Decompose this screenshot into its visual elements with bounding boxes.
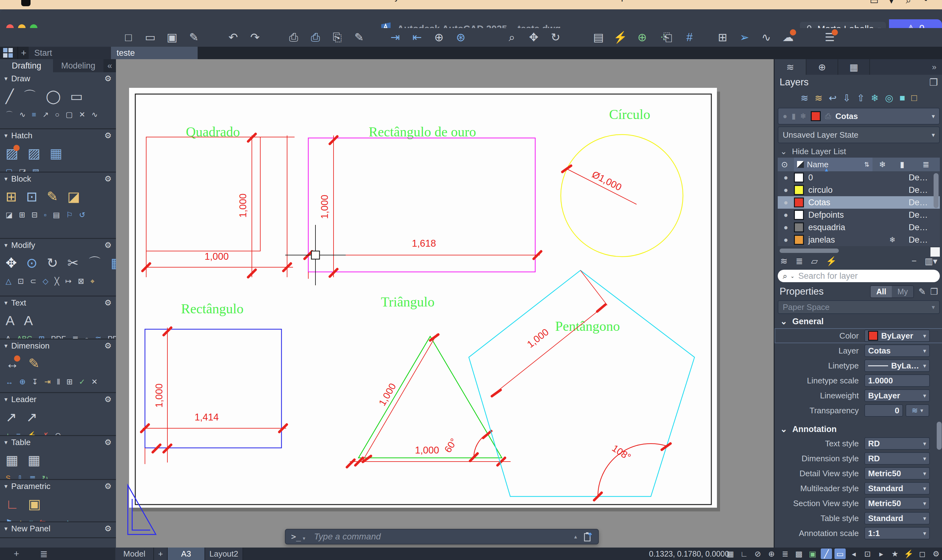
edit-block-icon[interactable]: ✎ xyxy=(47,189,58,204)
menu-column-icon[interactable]: ≣ xyxy=(912,160,940,169)
annotation-scale-icon[interactable]: ≣ xyxy=(780,548,791,559)
redo-icon[interactable]: ↷ xyxy=(248,30,262,45)
current-layer-color-swatch[interactable] xyxy=(811,111,821,121)
tab-drafting[interactable]: Drafting xyxy=(0,59,53,72)
current-layer-dropdown[interactable]: ● ▮ ❄ ⎙ Cotas ▾ xyxy=(778,108,940,125)
property-row-annotation-scale[interactable]: Annotation scale 1:1 xyxy=(775,526,942,541)
grid-display-icon[interactable]: ▦ xyxy=(725,548,736,559)
spell-check-icon[interactable]: ABC xyxy=(17,334,32,340)
data-update-icon[interactable]: ↻ xyxy=(42,474,48,480)
layer-lock-icon[interactable]: ■ xyxy=(899,92,905,103)
multileader-icon[interactable]: ↗ xyxy=(6,409,17,425)
dim-continue-icon[interactable]: ⦀ xyxy=(57,377,60,386)
sort-icon[interactable]: ⇅ xyxy=(864,161,870,168)
orbit-icon[interactable]: ↻ xyxy=(549,30,562,45)
layer-match-icon[interactable]: ≋ xyxy=(815,92,823,103)
layer-up-icon[interactable]: ⇧ xyxy=(857,92,865,103)
trim-icon[interactable]: ✂ xyxy=(67,255,79,271)
layer-row-circulo[interactable]: ●circuloDe… xyxy=(778,184,940,196)
layer-freeze-icon[interactable]: ❄ xyxy=(871,92,879,103)
data-link-icon[interactable]: S xyxy=(6,474,11,480)
layer-settings-icon[interactable]: ≣ xyxy=(796,256,803,266)
edit-attributes-icon[interactable]: ◪ xyxy=(67,189,80,204)
gradient-icon[interactable]: ▦ xyxy=(49,145,62,161)
menubar-control-icon[interactable]: ◔ xyxy=(922,0,928,6)
spline-icon[interactable]: ∿ xyxy=(92,110,98,119)
gear-icon[interactable]: ⚙ xyxy=(105,524,112,534)
new-file-icon[interactable]: □ xyxy=(122,30,135,45)
plot-icon[interactable]: ⎙ xyxy=(308,30,322,45)
filter-all-button[interactable]: All xyxy=(871,286,892,297)
tool-palette-icon[interactable]: ▤ xyxy=(592,30,605,45)
property-row-dimension-style[interactable]: Dimension style RD xyxy=(775,451,942,466)
selection-cycling-icon[interactable]: ⊡ xyxy=(862,548,873,559)
layer-down-icon[interactable]: ⇩ xyxy=(843,92,851,103)
leader-add-icon[interactable]: + xyxy=(6,431,10,436)
frozen-icon[interactable]: ❄ xyxy=(889,235,896,244)
revision-cloud-icon[interactable]: ▢ xyxy=(66,110,73,119)
tab-model[interactable]: Model xyxy=(115,548,154,560)
hide-constraints-icon[interactable]: ⌗ xyxy=(29,518,33,522)
export-icon[interactable]: ⇤ xyxy=(410,30,424,45)
copy-icon[interactable]: ⊙ xyxy=(26,255,37,271)
chevron-down-icon[interactable]: ▾ xyxy=(5,395,8,403)
clean-icon[interactable]: ⌖ xyxy=(90,277,95,286)
apple-menu-icon[interactable] xyxy=(21,0,31,6)
tab-a3[interactable]: A3 xyxy=(168,548,205,560)
property-row-layer[interactable]: Layer Cotas xyxy=(775,343,942,358)
auto-constrain-icon[interactable]: ⚑ xyxy=(6,518,12,522)
table-icon[interactable]: ▦ xyxy=(6,452,19,468)
menu-view[interactable]: View xyxy=(156,0,176,2)
new-layout-button[interactable]: + xyxy=(154,548,168,560)
panel-menu-icon[interactable]: ≣ xyxy=(40,548,48,560)
dock-panel-icon[interactable]: ❐ xyxy=(929,77,938,88)
text-update-icon[interactable]: ≋ xyxy=(95,334,101,340)
fillet-icon[interactable]: ⌒ xyxy=(88,254,101,272)
chevron-down-icon[interactable]: ▾ xyxy=(5,75,8,82)
import-icon[interactable]: ⇥ xyxy=(389,30,402,45)
attr-sync-icon[interactable]: ▤ xyxy=(53,211,60,219)
chevron-down-icon[interactable]: ▾ xyxy=(5,299,8,306)
layer-state-dropdown[interactable]: Unsaved Layer State ▾ xyxy=(778,126,940,143)
attr-manage-icon[interactable]: ⚐ xyxy=(66,211,73,219)
dim-linear-icon[interactable]: ↔ xyxy=(6,377,13,386)
isolate-objects-icon[interactable]: ◻ xyxy=(917,548,928,559)
layers-palette-tab[interactable]: ≋ xyxy=(775,59,806,75)
performance-icon[interactable]: ∿ xyxy=(759,30,773,45)
chevron-down-icon[interactable]: ▾ xyxy=(5,525,8,532)
group-new-icon[interactable]: ⚡ xyxy=(826,256,837,266)
gear-icon[interactable]: ⚙ xyxy=(105,341,112,351)
stretch-icon[interactable]: △ xyxy=(6,277,11,286)
dim-baseline-icon[interactable]: ⇥ xyxy=(44,377,51,386)
property-row-text-style[interactable]: Text style RD xyxy=(775,436,942,451)
gear-icon[interactable]: ⚙ xyxy=(105,131,112,140)
prev-view-icon[interactable]: ◂ xyxy=(848,548,859,559)
data-export-icon[interactable]: ⇩ xyxy=(17,474,23,480)
menu-insert[interactable]: Insert xyxy=(187,0,210,2)
zoom-window-icon[interactable]: ⌕ xyxy=(505,30,519,45)
param-linear-icon[interactable]: ↔ xyxy=(52,518,60,522)
undo-icon[interactable]: ↶ xyxy=(226,30,240,45)
dim-edit-icon[interactable]: ✎ xyxy=(28,356,40,371)
pdf-settings-icon[interactable]: PDF xyxy=(108,334,116,340)
dim-check-icon[interactable]: ✓ xyxy=(79,377,85,386)
gear-icon[interactable]: ⚙ xyxy=(105,74,112,83)
find-text-icon[interactable]: ⌕ xyxy=(85,334,89,340)
leader-edit-icon[interactable]: ↗ xyxy=(26,409,37,425)
param-manage-icon[interactable]: ⌖ xyxy=(66,518,70,522)
gear-icon[interactable]: ⚙ xyxy=(105,240,112,250)
dim-break-icon[interactable]: ✕ xyxy=(91,377,97,386)
rectangle-icon[interactable]: ▭ xyxy=(70,88,83,104)
gear-icon[interactable]: ⚙ xyxy=(105,438,112,447)
plot-preview-icon[interactable]: ✎ xyxy=(352,30,366,45)
ellipse-icon[interactable]: ○ xyxy=(55,110,60,119)
create-block-icon[interactable]: ⊡ xyxy=(26,189,37,204)
property-row-section-view-style[interactable]: Section View style Metric50 xyxy=(775,496,942,511)
edit-note-icon[interactable]: ✎ xyxy=(918,286,925,297)
menubar-search-icon[interactable]: ⌕ xyxy=(906,0,911,6)
center-mark-icon[interactable]: ⊕ xyxy=(19,377,26,386)
properties-vscrollbar[interactable] xyxy=(937,422,942,450)
text-edit-icon[interactable]: A xyxy=(24,313,33,328)
chevron-down-icon[interactable]: ▾ xyxy=(5,482,8,490)
arc-icon[interactable]: ⌒ xyxy=(23,87,37,105)
